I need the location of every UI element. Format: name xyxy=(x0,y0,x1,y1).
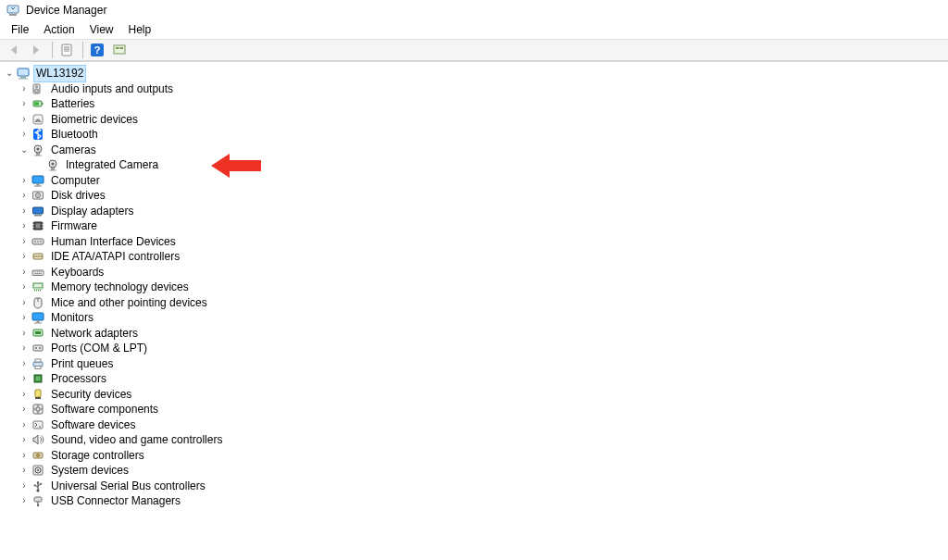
expander-disk[interactable]: › xyxy=(19,188,30,204)
category-label-computer[interactable]: Computer xyxy=(49,173,102,189)
expander-firmware[interactable]: › xyxy=(19,218,30,234)
expander-storage[interactable]: › xyxy=(19,448,30,464)
category-label-storage[interactable]: Storage controllers xyxy=(49,448,146,464)
expander-biometric[interactable]: › xyxy=(19,112,30,128)
expander-security[interactable]: › xyxy=(19,387,30,403)
expander-usb[interactable]: › xyxy=(19,479,30,494)
category-keyboards[interactable]: › Keyboards xyxy=(2,265,946,280)
expander-proc[interactable]: › xyxy=(19,371,30,387)
menu-file[interactable]: File xyxy=(4,21,36,38)
category-firmware[interactable]: › Firmware xyxy=(2,218,946,234)
expander-bluetooth[interactable]: › xyxy=(19,127,30,143)
category-hid[interactable]: › Human Interface Devices xyxy=(2,234,946,250)
expander-swcomp[interactable]: › xyxy=(19,402,30,417)
category-label-swcomp[interactable]: Software components xyxy=(49,402,160,417)
category-label-ide[interactable]: IDE ATA/ATAPI controllers xyxy=(49,249,181,265)
category-label-monitors[interactable]: Monitors xyxy=(49,310,95,326)
category-label-printq[interactable]: Print queues xyxy=(49,356,115,372)
category-label-usb[interactable]: Universal Serial Bus controllers xyxy=(49,479,207,494)
category-label-swdev[interactable]: Software devices xyxy=(49,417,137,433)
category-label-network[interactable]: Network adapters xyxy=(49,326,140,342)
category-bluetooth[interactable]: › Bluetooth xyxy=(2,127,946,143)
category-label-security[interactable]: Security devices xyxy=(49,387,133,403)
category-printq[interactable]: › Print queues xyxy=(2,356,946,372)
category-security[interactable]: › Security devices xyxy=(2,387,946,403)
back-button[interactable] xyxy=(4,41,24,59)
expander-sound[interactable]: › xyxy=(19,432,30,448)
category-disk[interactable]: › Disk drives xyxy=(2,188,946,204)
category-label-disk[interactable]: Disk drives xyxy=(49,188,107,204)
expander-swdev[interactable]: › xyxy=(19,417,30,433)
category-ports[interactable]: › Ports (COM & LPT) xyxy=(2,341,946,356)
expander-usbconn[interactable]: › xyxy=(19,493,30,509)
security-icon xyxy=(31,387,45,402)
category-cameras[interactable]: ⌄ Cameras xyxy=(2,143,946,158)
menu-help[interactable]: Help xyxy=(121,21,159,38)
category-biometric[interactable]: › Biometric devices xyxy=(2,112,946,128)
category-sound[interactable]: › Sound, video and game controllers xyxy=(2,432,946,448)
category-label-audio[interactable]: Audio inputs and outputs xyxy=(49,81,175,97)
expander-printq[interactable]: › xyxy=(19,356,30,372)
expander-batteries[interactable]: › xyxy=(19,96,30,112)
category-proc[interactable]: › Processors xyxy=(2,371,946,387)
category-label-system[interactable]: System devices xyxy=(49,463,131,479)
root-label[interactable]: WL13192 xyxy=(34,66,85,81)
expander-system[interactable]: › xyxy=(19,463,30,479)
display-adapter-icon xyxy=(31,204,45,218)
device-tree[interactable]: ⌄ WL13192 › Audio inputs and outputs › B… xyxy=(0,62,948,559)
category-ide[interactable]: › IDE ATA/ATAPI controllers xyxy=(2,249,946,265)
category-label-ports[interactable]: Ports (COM & LPT) xyxy=(49,341,149,356)
tree-root[interactable]: ⌄ WL13192 xyxy=(2,66,946,81)
category-label-batteries[interactable]: Batteries xyxy=(49,96,96,112)
help-button[interactable] xyxy=(87,41,107,59)
category-swcomp[interactable]: › Software components xyxy=(2,402,946,417)
expander-monitors[interactable]: › xyxy=(19,310,30,326)
category-monitors[interactable]: › Monitors xyxy=(2,310,946,326)
show-hidden-button[interactable] xyxy=(109,41,130,59)
disk-icon xyxy=(31,188,45,203)
category-mice[interactable]: › Mice and other pointing devices xyxy=(2,295,946,311)
category-label-bluetooth[interactable]: Bluetooth xyxy=(49,127,100,143)
expander-memtech[interactable]: › xyxy=(19,280,30,295)
category-label-sound[interactable]: Sound, video and game controllers xyxy=(49,432,224,448)
category-label-memtech[interactable]: Memory technology devices xyxy=(49,280,191,295)
category-storage[interactable]: › Storage controllers xyxy=(2,448,946,464)
category-label-mice[interactable]: Mice and other pointing devices xyxy=(49,295,209,311)
category-display[interactable]: › Display adapters xyxy=(2,204,946,219)
category-memtech[interactable]: › Memory technology devices xyxy=(2,280,946,295)
device-intcam[interactable]: Integrated Camera xyxy=(2,157,946,173)
expander-network[interactable]: › xyxy=(19,326,30,342)
category-audio[interactable]: › Audio inputs and outputs xyxy=(2,81,946,97)
properties-button[interactable] xyxy=(56,41,77,59)
expander-audio[interactable]: › xyxy=(19,81,30,97)
device-label-intcam[interactable]: Integrated Camera xyxy=(64,157,160,173)
expander-computer[interactable]: › xyxy=(19,173,30,189)
category-network[interactable]: › Network adapters xyxy=(2,326,946,342)
category-label-display[interactable]: Display adapters xyxy=(49,204,135,219)
menu-view[interactable]: View xyxy=(82,21,121,38)
category-usb[interactable]: › Universal Serial Bus controllers xyxy=(2,479,946,494)
expander-display[interactable]: › xyxy=(19,204,30,219)
category-computer[interactable]: › Computer xyxy=(2,173,946,189)
expander-cameras[interactable]: ⌄ xyxy=(19,143,30,158)
category-label-cameras[interactable]: Cameras xyxy=(49,143,98,158)
menu-action[interactable]: Action xyxy=(36,21,81,38)
expander-hid[interactable]: › xyxy=(19,234,30,250)
category-batteries[interactable]: › Batteries xyxy=(2,96,946,112)
category-label-firmware[interactable]: Firmware xyxy=(49,218,99,234)
category-label-keyboards[interactable]: Keyboards xyxy=(49,265,106,280)
category-usbconn[interactable]: › USB Connector Managers xyxy=(2,493,946,509)
expander-ports[interactable]: › xyxy=(19,341,30,356)
expander-ide[interactable]: › xyxy=(19,249,30,265)
category-label-usbconn[interactable]: USB Connector Managers xyxy=(49,493,182,509)
category-label-hid[interactable]: Human Interface Devices xyxy=(49,234,178,250)
expander-root[interactable]: ⌄ xyxy=(4,66,15,81)
category-label-biometric[interactable]: Biometric devices xyxy=(49,112,140,128)
category-system[interactable]: › System devices xyxy=(2,463,946,479)
expander-mice[interactable]: › xyxy=(19,295,30,311)
expander-keyboards[interactable]: › xyxy=(19,265,30,280)
camera-icon xyxy=(31,143,45,157)
category-label-proc[interactable]: Processors xyxy=(49,371,108,387)
category-swdev[interactable]: › Software devices xyxy=(2,417,946,433)
forward-button[interactable] xyxy=(26,41,46,59)
